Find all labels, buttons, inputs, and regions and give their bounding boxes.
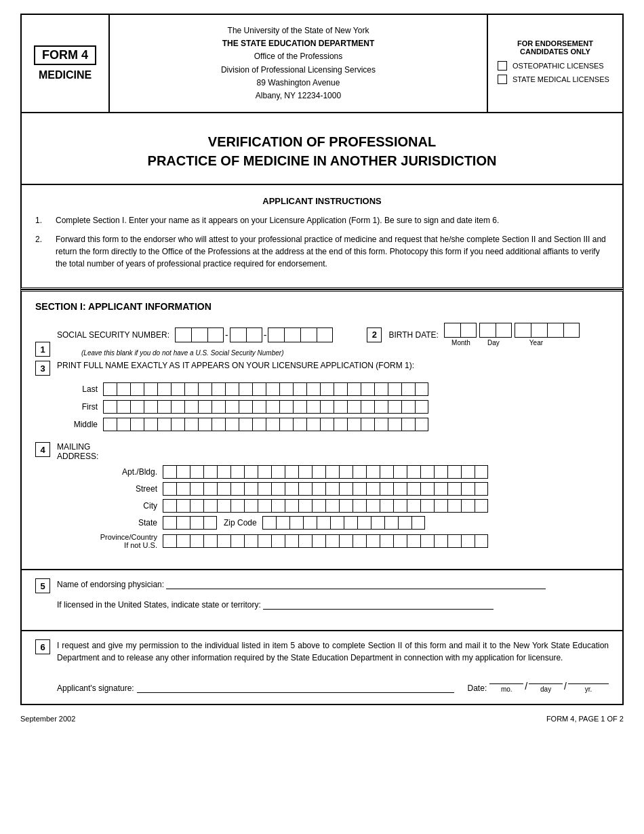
- name-cell-11[interactable]: [252, 400, 266, 414]
- apt-cells-cell-16[interactable]: [380, 465, 393, 479]
- zip-cells-cell-10[interactable]: [398, 516, 411, 530]
- apt-cells-cell-2[interactable]: [190, 465, 203, 479]
- city-cells-cell-8[interactable]: [271, 499, 285, 513]
- name-cell-7[interactable]: [198, 400, 212, 414]
- name-cell-14[interactable]: [293, 400, 306, 414]
- sig-line[interactable]: [137, 682, 454, 693]
- name-cell-22[interactable]: [401, 418, 415, 431]
- zip-cells-cell-1[interactable]: [276, 516, 289, 530]
- apt-cells-cell-3[interactable]: [203, 465, 217, 479]
- apt-cells-cell-9[interactable]: [285, 465, 298, 479]
- street-cells-cell-20[interactable]: [434, 482, 447, 496]
- birth-month-1[interactable]: [444, 323, 460, 338]
- ssn-cell-2[interactable]: [191, 327, 207, 342]
- zip-cells-cell-9[interactable]: [384, 516, 398, 530]
- birth-year-3[interactable]: [547, 323, 563, 338]
- name-cell-10[interactable]: [239, 400, 252, 414]
- name-cell-2[interactable]: [130, 418, 144, 431]
- birth-day-1[interactable]: [479, 323, 496, 338]
- city-cells-cell-2[interactable]: [190, 499, 203, 513]
- city-cells-cell-0[interactable]: [163, 499, 176, 513]
- name-cell-0[interactable]: [103, 400, 117, 414]
- name-cell-6[interactable]: [184, 418, 198, 431]
- province-cells-cell-9[interactable]: [285, 534, 298, 548]
- ssn-cell-9[interactable]: [317, 327, 333, 342]
- ssn-cell-8[interactable]: [300, 327, 317, 342]
- name-cell-15[interactable]: [306, 400, 320, 414]
- province-cells-cell-8[interactable]: [271, 534, 285, 548]
- name-cell-14[interactable]: [293, 418, 306, 431]
- street-cells-cell-22[interactable]: [461, 482, 475, 496]
- province-cells-cell-22[interactable]: [461, 534, 475, 548]
- name-cell-20[interactable]: [374, 382, 388, 396]
- birth-month-2[interactable]: [460, 323, 477, 338]
- name-cell-1[interactable]: [117, 418, 130, 431]
- name-cell-21[interactable]: [388, 382, 401, 396]
- street-cells-cell-17[interactable]: [393, 482, 407, 496]
- name-cell-3[interactable]: [144, 418, 157, 431]
- name-cell-23[interactable]: [415, 400, 428, 414]
- street-cells-cell-19[interactable]: [420, 482, 434, 496]
- name-cell-0[interactable]: [103, 418, 117, 431]
- apt-cells-cell-1[interactable]: [176, 465, 190, 479]
- name-cell-5[interactable]: [171, 400, 184, 414]
- province-cells-cell-20[interactable]: [434, 534, 447, 548]
- ssn-cell-1[interactable]: [175, 327, 191, 342]
- name-cell-3[interactable]: [144, 400, 157, 414]
- licensed-field[interactable]: [263, 599, 494, 610]
- name-cell-17[interactable]: [334, 382, 347, 396]
- zip-cells-cell-3[interactable]: [303, 516, 317, 530]
- name-cell-11[interactable]: [252, 418, 266, 431]
- name-cell-12[interactable]: [266, 418, 279, 431]
- city-cells-cell-5[interactable]: [230, 499, 244, 513]
- street-cells-cell-11[interactable]: [312, 482, 325, 496]
- city-cells-cell-13[interactable]: [339, 499, 353, 513]
- city-cells-cell-15[interactable]: [366, 499, 380, 513]
- state-cells-cell-2[interactable]: [190, 516, 203, 530]
- city-cells-cell-22[interactable]: [461, 499, 475, 513]
- mo-line[interactable]: [489, 673, 523, 684]
- province-cells-cell-12[interactable]: [325, 534, 339, 548]
- name-cell-23[interactable]: [415, 418, 428, 431]
- name-cell-13[interactable]: [279, 418, 293, 431]
- province-cells-cell-21[interactable]: [447, 534, 461, 548]
- name-cell-11[interactable]: [252, 382, 266, 396]
- name-cell-4[interactable]: [157, 418, 171, 431]
- apt-cells-cell-14[interactable]: [353, 465, 366, 479]
- zip-cells-cell-6[interactable]: [344, 516, 357, 530]
- street-cells-cell-10[interactable]: [298, 482, 312, 496]
- province-cells-cell-2[interactable]: [190, 534, 203, 548]
- name-cell-5[interactable]: [171, 382, 184, 396]
- street-cells-cell-7[interactable]: [258, 482, 271, 496]
- zip-cells-cell-0[interactable]: [262, 516, 276, 530]
- name-cell-9[interactable]: [225, 418, 239, 431]
- street-cells-cell-4[interactable]: [217, 482, 230, 496]
- apt-cells-cell-22[interactable]: [461, 465, 475, 479]
- province-cells-cell-14[interactable]: [353, 534, 366, 548]
- name-cell-16[interactable]: [320, 382, 334, 396]
- name-cell-19[interactable]: [361, 382, 374, 396]
- street-cells-cell-0[interactable]: [163, 482, 176, 496]
- city-cells-cell-16[interactable]: [380, 499, 393, 513]
- street-cells-cell-23[interactable]: [475, 482, 488, 496]
- apt-cells-cell-4[interactable]: [217, 465, 230, 479]
- name-cell-19[interactable]: [361, 418, 374, 431]
- name-cell-7[interactable]: [198, 382, 212, 396]
- ssn-cell-7[interactable]: [284, 327, 300, 342]
- province-cells-cell-3[interactable]: [203, 534, 217, 548]
- apt-cells-cell-11[interactable]: [312, 465, 325, 479]
- apt-cells-cell-10[interactable]: [298, 465, 312, 479]
- name-cell-19[interactable]: [361, 400, 374, 414]
- name-cell-2[interactable]: [130, 382, 144, 396]
- name-cell-9[interactable]: [225, 382, 239, 396]
- city-cells-cell-9[interactable]: [285, 499, 298, 513]
- province-cells-cell-7[interactable]: [258, 534, 271, 548]
- apt-cells-cell-13[interactable]: [339, 465, 353, 479]
- name-cell-2[interactable]: [130, 400, 144, 414]
- day-line[interactable]: [529, 673, 563, 684]
- endorsing-field[interactable]: [166, 578, 546, 589]
- zip-cells-cell-8[interactable]: [371, 516, 384, 530]
- name-cell-1[interactable]: [117, 400, 130, 414]
- name-cell-22[interactable]: [401, 400, 415, 414]
- name-cell-13[interactable]: [279, 400, 293, 414]
